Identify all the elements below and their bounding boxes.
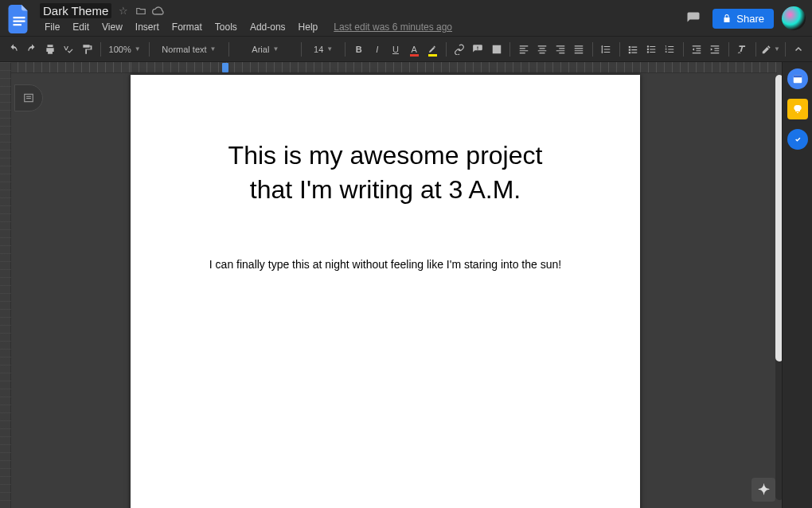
- last-edit-link[interactable]: Last edit was 6 minutes ago: [334, 21, 452, 33]
- print-button[interactable]: [41, 40, 58, 59]
- underline-button[interactable]: U: [387, 40, 404, 59]
- insert-link-button[interactable]: [451, 40, 468, 59]
- sidepanel-tasks[interactable]: [787, 129, 808, 150]
- vertical-ruler[interactable]: [0, 62, 11, 508]
- align-right-button[interactable]: [552, 40, 568, 59]
- app-header: Dark Theme ☆ File Edit View Insert Forma…: [0, 0, 812, 37]
- heading-line-1: This is my awesome project: [178, 139, 592, 173]
- menubar: File Edit View Insert Format Tools Add-o…: [40, 20, 452, 34]
- account-avatar[interactable]: [782, 6, 806, 30]
- title-area: Dark Theme ☆ File Edit View Insert Forma…: [40, 3, 452, 34]
- redo-button[interactable]: [23, 40, 40, 59]
- insert-comment-button[interactable]: [470, 40, 486, 59]
- font-value: Arial: [252, 45, 269, 54]
- size-value: 14: [314, 45, 323, 54]
- numbered-list-button[interactable]: [662, 40, 678, 59]
- sidepanel-keep[interactable]: [787, 99, 808, 119]
- menu-help[interactable]: Help: [294, 20, 323, 34]
- outline-icon: [22, 92, 35, 104]
- italic-button[interactable]: I: [369, 40, 385, 59]
- workspace: This is my awesome project that I'm writ…: [0, 62, 782, 508]
- zoom-value: 100%: [109, 45, 131, 54]
- vertical-scrollbar[interactable]: [775, 75, 782, 500]
- share-label: Share: [736, 13, 764, 25]
- svg-point-11: [793, 135, 802, 144]
- zoom-select[interactable]: 100%▼: [106, 40, 144, 59]
- indent-marker[interactable]: [222, 63, 228, 72]
- document-canvas[interactable]: This is my awesome project that I'm writ…: [11, 62, 782, 508]
- star-icon[interactable]: ☆: [116, 4, 131, 18]
- font-family-select[interactable]: Arial▼: [234, 40, 296, 59]
- decrease-indent-button[interactable]: [689, 40, 705, 59]
- svg-point-4: [647, 48, 649, 49]
- increase-indent-button[interactable]: [707, 40, 724, 59]
- line-spacing-button[interactable]: [597, 40, 614, 59]
- menu-format[interactable]: Format: [167, 20, 207, 34]
- folder-move-icon[interactable]: [134, 4, 148, 18]
- menu-insert[interactable]: Insert: [131, 20, 164, 34]
- horizontal-ruler[interactable]: [11, 62, 777, 73]
- document-title[interactable]: Dark Theme: [40, 3, 111, 18]
- keep-icon: [793, 104, 802, 115]
- undo-button[interactable]: [5, 40, 21, 59]
- doc-body[interactable]: I can finally type this at night without…: [178, 258, 592, 271]
- menu-view[interactable]: View: [97, 20, 127, 34]
- lock-icon: [722, 14, 732, 23]
- open-comments-button[interactable]: [682, 7, 705, 29]
- svg-point-5: [647, 51, 649, 53]
- spellcheck-button[interactable]: [60, 40, 76, 59]
- docs-logo[interactable]: [6, 3, 32, 35]
- svg-rect-2: [14, 24, 22, 25]
- svg-rect-10: [793, 75, 802, 77]
- bold-button[interactable]: B: [350, 40, 367, 59]
- menu-tools[interactable]: Tools: [210, 20, 242, 34]
- collapse-toolbar-button[interactable]: [791, 40, 807, 59]
- scrollbar-thumb[interactable]: [775, 75, 782, 361]
- tasks-icon: [792, 134, 803, 145]
- svg-rect-1: [14, 21, 25, 22]
- menu-edit[interactable]: Edit: [68, 20, 94, 34]
- align-justify-button[interactable]: [570, 40, 587, 59]
- show-outline-button[interactable]: [14, 84, 43, 111]
- explore-button[interactable]: ✦: [751, 478, 775, 502]
- formatting-toolbar: 100%▼ Normal text▼ Arial▼ 14▼ B I U A ▼: [0, 37, 812, 62]
- body-text: I can finally type this at night without…: [209, 258, 561, 271]
- heading-line-2: that I'm writing at 3 A.M.: [178, 173, 592, 207]
- editing-mode-button[interactable]: ▼: [761, 40, 780, 59]
- share-button[interactable]: Share: [712, 9, 774, 29]
- text-color-button[interactable]: A: [406, 40, 423, 59]
- menu-addons[interactable]: Add-ons: [245, 20, 291, 34]
- highlighter-icon: [427, 45, 437, 54]
- calendar-icon: [792, 73, 803, 84]
- highlight-color-button[interactable]: [424, 40, 441, 59]
- sidepanel-calendar[interactable]: [787, 68, 808, 89]
- side-panel: [782, 62, 812, 508]
- insert-image-button[interactable]: [488, 40, 505, 59]
- checklist-button[interactable]: [624, 40, 641, 59]
- menu-file[interactable]: File: [40, 20, 64, 34]
- svg-point-3: [647, 45, 649, 47]
- clear-formatting-button[interactable]: [734, 40, 751, 59]
- bulleted-list-button[interactable]: [643, 40, 660, 59]
- paragraph-style-select[interactable]: Normal text▼: [154, 40, 224, 59]
- svg-rect-0: [14, 17, 25, 18]
- cloud-done-icon[interactable]: [151, 4, 166, 18]
- paint-format-button[interactable]: [79, 40, 96, 59]
- align-center-button[interactable]: [533, 40, 550, 59]
- doc-heading[interactable]: This is my awesome project that I'm writ…: [178, 139, 592, 207]
- document-page[interactable]: This is my awesome project that I'm writ…: [131, 75, 640, 508]
- style-value: Normal text: [162, 45, 206, 54]
- align-left-button[interactable]: [515, 40, 532, 59]
- font-size-select[interactable]: 14▼: [306, 40, 340, 59]
